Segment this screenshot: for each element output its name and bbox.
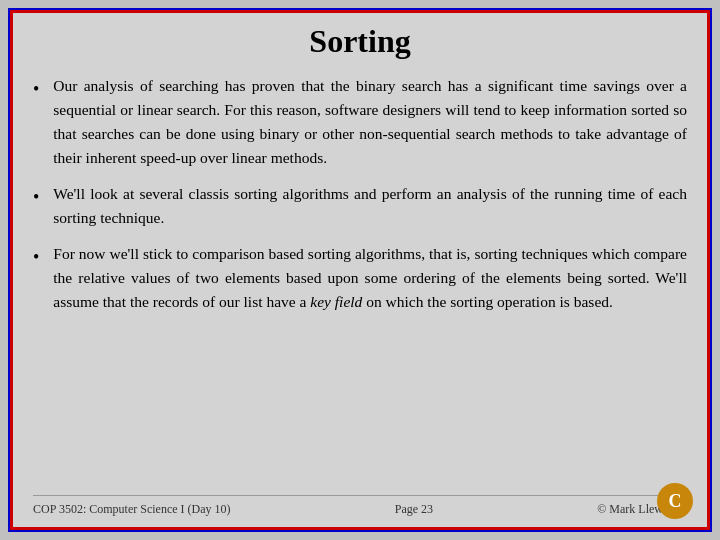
footer-course: COP 3502: Computer Science I (Day 10)	[33, 502, 231, 517]
logo-circle: C	[657, 483, 693, 519]
bullet-marker-2: •	[33, 184, 39, 211]
svg-text:C: C	[669, 491, 682, 511]
bullet-item-1: • Our analysis of searching has proven t…	[33, 74, 687, 170]
slide-content: • Our analysis of searching has proven t…	[33, 74, 687, 487]
bullet-marker-3: •	[33, 244, 39, 271]
bullet-item-3: • For now we'll stick to comparison base…	[33, 242, 687, 314]
logo: C	[657, 483, 693, 519]
footer-page: Page 23	[395, 502, 433, 517]
bullet-item-2: • We'll look at several classis sorting …	[33, 182, 687, 230]
logo-svg: C	[658, 484, 692, 518]
slide-footer: COP 3502: Computer Science I (Day 10) Pa…	[33, 495, 687, 517]
bullet-text-1: Our analysis of searching has proven tha…	[53, 74, 687, 170]
slide-title: Sorting	[33, 23, 687, 60]
bullet-text-3: For now we'll stick to comparison based …	[53, 242, 687, 314]
bullet-text-2: We'll look at several classis sorting al…	[53, 182, 687, 230]
slide: Sorting • Our analysis of searching has …	[10, 10, 710, 530]
bullet-marker-1: •	[33, 76, 39, 103]
